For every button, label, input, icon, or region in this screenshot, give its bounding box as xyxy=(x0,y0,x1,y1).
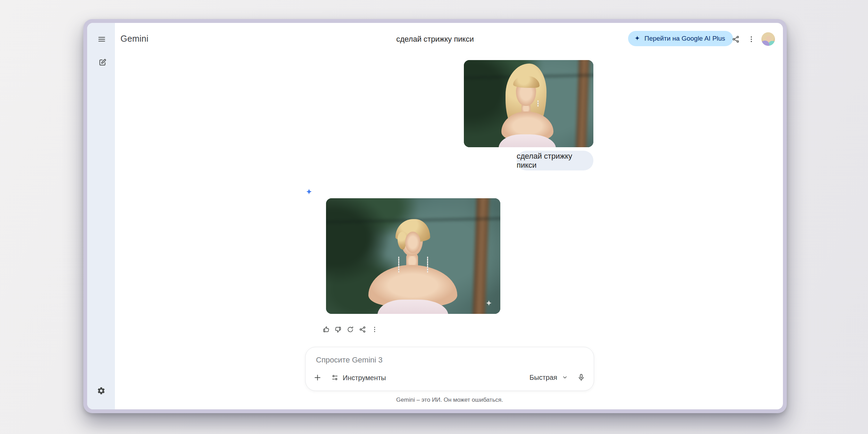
generated-image[interactable] xyxy=(326,198,500,314)
window-content: Gemini сделай стрижку пикси Перейти на G… xyxy=(87,23,783,409)
conversation-title: сделай стрижку пикси xyxy=(396,35,474,44)
gemini-spark-icon xyxy=(634,35,641,42)
user-message-bubble: сделай стрижку пикси xyxy=(517,151,593,170)
refresh-icon xyxy=(347,326,354,333)
more-vert-icon xyxy=(747,35,756,43)
upsell-google-ai-plus-button[interactable]: Перейти на Google AI Plus xyxy=(628,31,733,46)
chevron-down-icon xyxy=(561,374,568,381)
sidebar xyxy=(87,23,115,409)
add-attachment-button[interactable] xyxy=(310,370,325,385)
earring-left xyxy=(398,257,399,273)
thumbs-up-icon xyxy=(322,326,330,333)
share-chat-button[interactable] xyxy=(728,32,743,47)
menu-icon xyxy=(97,35,106,44)
tools-label[interactable]: Инструменты xyxy=(343,374,386,382)
menu-button[interactable] xyxy=(94,32,109,47)
plus-icon xyxy=(313,373,322,382)
user-uploaded-image[interactable] xyxy=(464,60,593,147)
upsell-label: Перейти на Google AI Plus xyxy=(644,35,725,42)
tune-icon xyxy=(331,374,339,382)
earring xyxy=(537,100,539,107)
new-chat-button[interactable] xyxy=(95,55,110,70)
avatar[interactable] xyxy=(761,32,775,46)
share-icon xyxy=(732,35,740,43)
settings-gear-icon xyxy=(97,386,106,395)
thumbs-up-button[interactable] xyxy=(320,324,332,335)
header-more-button[interactable] xyxy=(744,32,759,47)
mic-button[interactable] xyxy=(574,370,589,385)
earring-right xyxy=(427,257,428,273)
prompt-input[interactable]: Спросите Gemini 3 xyxy=(316,356,383,365)
tools-button[interactable] xyxy=(327,370,342,385)
app-window: Gemini сделай стрижку пикси Перейти на G… xyxy=(83,19,787,413)
face-front xyxy=(405,232,420,253)
regenerate-button[interactable] xyxy=(344,324,356,335)
response-more-button[interactable] xyxy=(369,324,381,335)
app-wordmark: Gemini xyxy=(120,34,148,44)
more-vert-icon xyxy=(371,326,378,333)
share-response-button[interactable] xyxy=(357,324,368,335)
model-selector[interactable]: Быстрая xyxy=(529,369,568,386)
composer: Спросите Gemini 3 Инструменты Быстрая xyxy=(305,347,594,391)
disclaimer: Gemini – это ИИ. Он может ошибаться. xyxy=(305,397,594,403)
share-icon xyxy=(359,326,366,333)
thumbs-down-button[interactable] xyxy=(332,324,344,335)
thumbs-down-icon xyxy=(334,326,342,333)
user-message-text: сделай стрижку пикси xyxy=(517,152,593,170)
settings-button[interactable] xyxy=(93,383,109,398)
new-chat-icon xyxy=(98,58,107,67)
gemini-spark-watermark xyxy=(484,299,493,308)
response-actions xyxy=(320,324,381,335)
model-label: Быстрая xyxy=(529,374,557,382)
composer-toolbar: Инструменты Быстрая xyxy=(306,369,594,386)
gemini-response-spark-icon xyxy=(304,188,314,197)
mic-icon xyxy=(577,373,585,382)
